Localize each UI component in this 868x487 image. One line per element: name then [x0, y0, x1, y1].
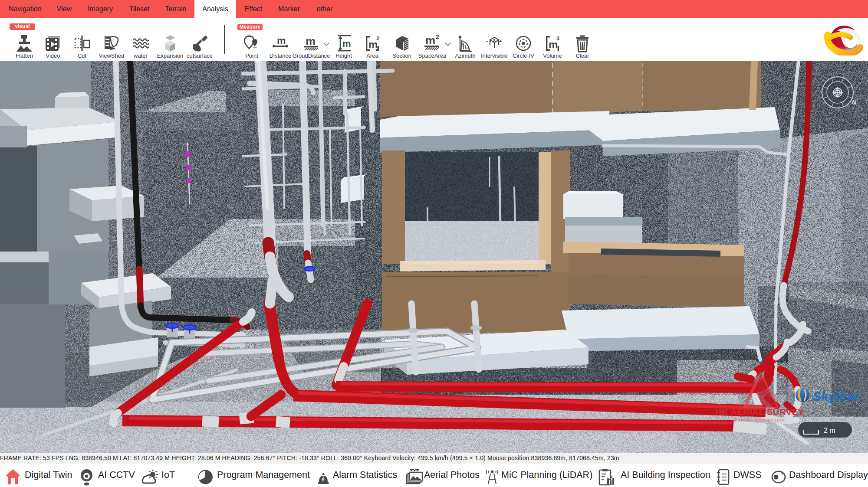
- svg-text:m: m: [342, 38, 351, 49]
- svg-text:m: m: [425, 35, 435, 47]
- svg-text:2: 2: [376, 35, 379, 42]
- svg-text:2: 2: [436, 35, 439, 40]
- svg-text:m: m: [306, 35, 316, 48]
- svg-text:3: 3: [556, 35, 559, 42]
- svg-text:HK AERIAL SURVEY: HK AERIAL SURVEY: [715, 407, 804, 417]
- svg-text:Skyline: Skyline: [812, 389, 858, 403]
- svg-text:2 m: 2 m: [824, 427, 835, 434]
- svg-text:IKS PROFESSION NOT LUCK: IKS PROFESSION NOT LUCK: [734, 418, 785, 422]
- svg-text:m: m: [277, 35, 286, 46]
